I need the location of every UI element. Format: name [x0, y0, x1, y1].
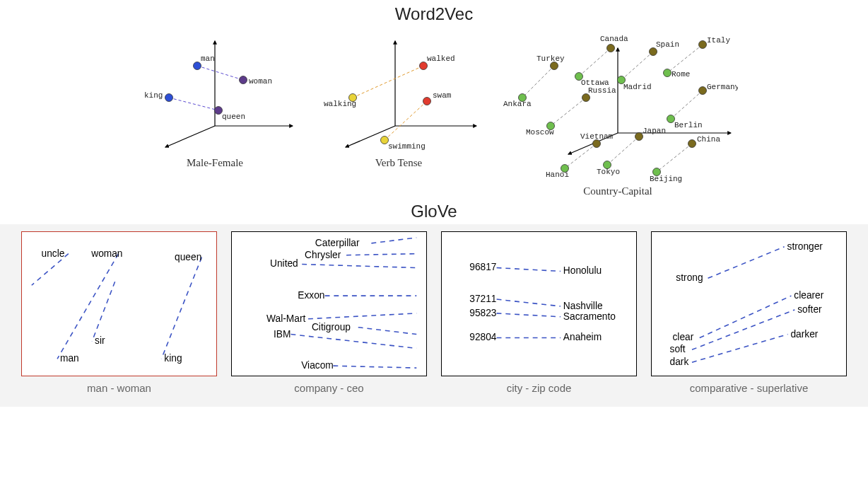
w2v-vector — [607, 137, 639, 165]
w2v-point — [423, 98, 431, 105]
w2v-point — [664, 69, 671, 77]
glove-word-a: 96817 — [469, 262, 496, 272]
glove-vector — [692, 310, 794, 349]
glove-word-a: Caterpillar — [315, 238, 360, 248]
glove-vector — [692, 335, 788, 363]
glove-caption: company - ceo — [294, 382, 363, 394]
glove-vector — [497, 313, 561, 317]
w2v-plot: manwomankingqueen — [130, 27, 300, 154]
w2v-panel: ItalyRomeSpainMadridCanadaOttawaTurkeyAn… — [498, 27, 738, 197]
glove-word-b: stronger — [787, 241, 823, 252]
w2v-point-label: Beijing — [650, 175, 682, 183]
w2v-point-label: Rome — [671, 70, 690, 79]
glove-vector — [291, 335, 416, 349]
glove-vector — [308, 313, 416, 319]
glove-title: GloVe — [0, 202, 868, 221]
w2v-caption: Country-Capital — [583, 185, 652, 197]
w2v-point-label: swam — [433, 91, 452, 100]
w2v-point-label: king — [144, 91, 163, 100]
w2v-row: manwomankingqueenMale-Femalewalkingwalke… — [0, 27, 868, 197]
w2v-point — [165, 94, 173, 102]
glove-word-a: 92804 — [469, 332, 497, 342]
glove-word-b: softer — [797, 304, 822, 315]
glove-word-a: 37211 — [469, 294, 496, 304]
glove-word-a: strong — [676, 272, 703, 283]
glove-plot: 96817Honolulu37211Nashville95823Sacramen… — [441, 231, 637, 376]
glove-vector — [161, 257, 201, 359]
glove-caption: man - woman — [87, 382, 151, 394]
w2v-point — [688, 140, 696, 148]
glove-word-a: uncle — [42, 248, 65, 259]
w2v-point — [667, 115, 675, 123]
w2v-point-label: Vietnam — [580, 132, 614, 141]
glove-word-b: Nashville — [563, 301, 603, 311]
glove-section: unclewomanmansirqueenkingman - womanCate… — [0, 224, 868, 407]
glove-word-a: Citigroup — [312, 322, 351, 332]
w2v-point — [607, 45, 615, 52]
glove-vector — [497, 268, 561, 272]
glove-vector — [371, 238, 416, 243]
w2v-caption: Verb Tense — [375, 157, 423, 169]
w2v-point — [650, 48, 657, 56]
w2v-vector — [353, 66, 423, 98]
glove-panel: strongstrongerclearclearersoftsofterdark… — [651, 231, 847, 394]
w2v-point — [420, 62, 428, 70]
w2v-vector — [169, 98, 218, 110]
glove-word-a: IBM — [274, 328, 291, 339]
w2v-point — [699, 41, 707, 49]
glove-vector — [92, 282, 115, 341]
w2v-point-label: China — [697, 135, 720, 144]
glove-word-a: Chrysler — [305, 250, 341, 260]
w2v-point-label: Spain — [656, 40, 679, 49]
w2v-point-label: Hanoi — [546, 170, 569, 179]
glove-word-b: sir — [95, 335, 105, 346]
w2v-point-label: Berlin — [674, 121, 703, 129]
glove-word-a: Exxon — [298, 290, 324, 301]
w2v-point-label: Italy — [707, 36, 730, 45]
glove-word-a: United — [270, 258, 298, 269]
w2v-point-label: Turkey — [536, 54, 565, 63]
w2v-point — [551, 62, 558, 70]
glove-vector — [346, 254, 416, 255]
w2v-point-label: Tokyo — [597, 168, 620, 176]
w2v-caption: Male-Female — [187, 157, 243, 169]
w2v-point-label: walking — [324, 100, 356, 108]
w2v-point — [240, 76, 247, 84]
w2v-vector — [385, 101, 427, 140]
w2v-point-label: Ankara — [503, 100, 532, 108]
svg-line-2 — [165, 126, 215, 147]
w2v-vector — [551, 98, 586, 126]
glove-caption: comparative - superlative — [690, 382, 809, 394]
w2v-plot: ItalyRomeSpainMadridCanadaOttawaTurkeyAn… — [498, 27, 738, 183]
w2v-point-label: swimming — [388, 142, 426, 151]
w2v-point — [699, 87, 707, 95]
glove-vector — [708, 247, 785, 279]
glove-vector — [333, 366, 416, 368]
w2v-point — [582, 94, 590, 102]
glove-word-b: Anaheim — [563, 332, 602, 342]
glove-vector — [497, 299, 561, 306]
glove-row: unclewomanmansirqueenkingman - womanCate… — [21, 231, 847, 394]
glove-word-b: man — [60, 353, 79, 364]
w2v-point — [381, 137, 389, 144]
glove-panel: 96817Honolulu37211Nashville95823Sacramen… — [441, 231, 637, 394]
w2v-point — [635, 133, 643, 141]
glove-word-b: darker — [790, 328, 818, 339]
glove-word-b: Sacramento — [563, 311, 616, 322]
w2v-vector — [621, 52, 653, 80]
w2v-point-label: Germany — [707, 83, 738, 91]
w2v-point-label: Canada — [600, 35, 628, 43]
w2v-vector — [657, 144, 692, 172]
w2v-panel: manwomankingqueenMale-Female — [130, 27, 300, 197]
w2v-point — [593, 140, 601, 148]
w2v-point-label: walked — [427, 54, 455, 63]
w2v-vector — [667, 45, 703, 73]
w2v-plot: walkingwalkedswimmingswam — [314, 27, 483, 154]
w2v-title: Word2Vec — [0, 4, 868, 24]
glove-word-a: queen — [175, 252, 201, 262]
w2v-panel: walkingwalkedswimmingswamVerb Tense — [314, 27, 483, 197]
w2v-vector — [671, 91, 703, 119]
glove-vector — [302, 265, 416, 268]
glove-panel: CaterpillarChryslerUnitedExxonWal-MartCi… — [231, 231, 427, 394]
glove-word-a: Viacom — [301, 360, 334, 371]
